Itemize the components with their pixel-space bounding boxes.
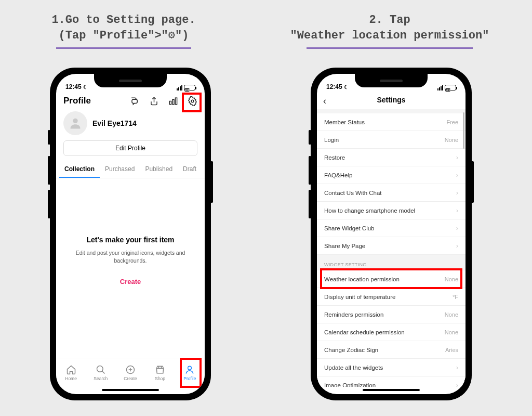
row-label: Reminders permission	[324, 311, 383, 318]
row-contact[interactable]: Contact Us With Chat ›	[317, 184, 466, 202]
bottom-nav: Home Search Create Shop Profile	[56, 358, 205, 387]
plus-circle-icon	[125, 365, 136, 375]
row-weather-permission[interactable]: Weather location permission None	[317, 270, 466, 288]
page-title: Profile	[63, 96, 124, 106]
row-label: Update all the widgets	[324, 365, 383, 371]
user-row: Evil Eye1714	[56, 109, 205, 140]
chevron-right-icon: ›	[456, 381, 458, 387]
row-login[interactable]: Login None	[317, 131, 466, 149]
chat-icon[interactable]	[130, 96, 140, 106]
row-value: Free	[446, 119, 458, 125]
row-calendar[interactable]: Calendar schedule permission None	[317, 323, 466, 341]
shop-icon	[155, 365, 165, 375]
row-faq[interactable]: FAQ&Help ›	[317, 166, 466, 184]
signal-icon	[177, 85, 182, 90]
chevron-right-icon: ›	[456, 224, 458, 232]
battery-icon: 100	[184, 85, 195, 90]
profile-icon	[184, 365, 195, 375]
row-reminders[interactable]: Reminders permission None	[317, 306, 466, 323]
speaker	[380, 80, 403, 82]
status-time: 12:45	[326, 83, 342, 90]
create-link[interactable]: Create	[72, 278, 189, 285]
nav-profile[interactable]: Profile	[177, 365, 203, 381]
status-right: 100	[437, 85, 456, 90]
phone-notch	[355, 74, 428, 87]
back-button[interactable]: ‹	[323, 96, 326, 107]
row-label: Image Optimization	[324, 382, 376, 387]
row-share-club[interactable]: Share Widget Club ›	[317, 219, 466, 237]
empty-subtitle: Edit and post your original icons, widge…	[72, 249, 189, 264]
list-group: Member Status Free Login None Restore › …	[317, 113, 466, 255]
page-title: Settings	[317, 96, 466, 104]
svg-point-7	[188, 366, 192, 370]
avatar[interactable]	[63, 111, 87, 135]
row-update-widgets[interactable]: Update all the widgets ›	[317, 359, 466, 376]
nav-label: Shop	[155, 376, 165, 381]
phone-side-button	[48, 156, 50, 185]
svg-rect-2	[175, 98, 177, 105]
underline-decoration	[307, 47, 473, 49]
nav-home[interactable]: Home	[58, 365, 84, 381]
settings-list[interactable]: Member Status Free Login None Restore › …	[317, 109, 466, 387]
chevron-right-icon: ›	[456, 171, 458, 179]
tab-purchased[interactable]: Purchased	[100, 161, 140, 178]
row-change-model[interactable]: How to change smartphone model ›	[317, 202, 466, 219]
phone-screen: 12:45 ☾ 100 Profile Evil Eye1714	[56, 74, 205, 394]
row-member-status[interactable]: Member Status Free	[317, 113, 466, 131]
row-value: Aries	[445, 347, 458, 353]
username-label: Evil Eye1714	[92, 119, 137, 127]
nav-label: Search	[94, 376, 108, 381]
nav-shop[interactable]: Shop	[147, 365, 173, 381]
row-label: FAQ&Help	[324, 172, 352, 178]
dnd-icon: ☾	[83, 84, 88, 90]
tab-published[interactable]: Published	[140, 161, 178, 178]
chevron-right-icon: ›	[456, 189, 458, 197]
instruction-step-2: 2. Tap "Weather location permission"	[281, 12, 499, 49]
home-indicator	[363, 389, 420, 391]
dnd-icon: ☾	[344, 84, 349, 90]
row-label: Display unit of temperature	[324, 294, 395, 300]
create-label: Create	[120, 278, 141, 285]
row-value: °F	[453, 294, 458, 300]
phone-side-button	[309, 190, 311, 218]
row-label: Share Widget Club	[324, 225, 375, 231]
nav-search[interactable]: Search	[88, 365, 114, 381]
tab-collection[interactable]: Collection	[59, 161, 100, 178]
row-label: Share My Page	[324, 243, 365, 249]
nav-label: Profile	[183, 376, 196, 381]
list-group: Weather location permission None Display…	[317, 270, 466, 387]
chevron-right-icon: ›	[456, 153, 458, 161]
row-share-page[interactable]: Share My Page ›	[317, 237, 466, 255]
phone-mockup-settings: 12:45 ☾ 100 ‹ Settings Member Status Fre…	[311, 68, 472, 400]
chart-icon[interactable]	[168, 96, 178, 106]
chevron-right-icon: ›	[456, 206, 458, 214]
row-label: Member Status	[324, 119, 365, 125]
svg-point-3	[191, 100, 194, 102]
gear-icon[interactable]	[188, 96, 197, 106]
row-image-opt[interactable]: Image Optimization ›	[317, 376, 466, 387]
row-label: Contact Us With Chat	[324, 190, 382, 196]
row-temp-unit[interactable]: Display unit of temperature °F	[317, 288, 466, 306]
row-zodiac[interactable]: Change Zodiac Sign Aries	[317, 341, 466, 359]
person-icon	[68, 116, 83, 131]
row-label: Login	[324, 137, 339, 143]
row-label: Change Zodiac Sign	[324, 347, 378, 353]
row-label: Weather location permission	[324, 276, 400, 282]
phone-side-button	[48, 190, 50, 218]
row-label: Restore	[324, 154, 345, 161]
edit-profile-button[interactable]: Edit Profile	[63, 140, 197, 156]
settings-header: ‹ Settings	[317, 92, 466, 109]
tab-draft[interactable]: Draft	[178, 161, 202, 178]
nav-create[interactable]: Create	[117, 365, 143, 381]
row-label: Calendar schedule permission	[324, 329, 405, 335]
row-value: None	[445, 276, 458, 282]
share-icon[interactable]	[149, 96, 159, 106]
row-restore[interactable]: Restore ›	[317, 149, 466, 166]
row-value: None	[445, 329, 458, 335]
instruction-text: 1.Go to Setting page.	[51, 14, 195, 27]
instruction-text: "Weather location permission"	[290, 29, 489, 42]
status-left: 12:45 ☾	[65, 83, 88, 90]
status-right: 100	[177, 85, 195, 90]
battery-icon: 100	[445, 85, 456, 90]
phone-side-button	[471, 161, 474, 203]
